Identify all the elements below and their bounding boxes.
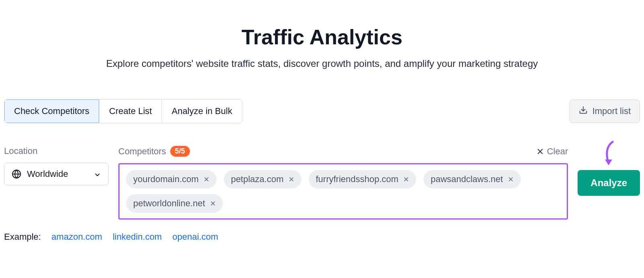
chevron-down-icon (94, 170, 101, 178)
clear-button[interactable]: Clear (537, 146, 568, 157)
example-link[interactable]: openai.com (172, 232, 218, 242)
competitor-chip: petplaza.com (224, 170, 301, 189)
analyze-button[interactable]: Analyze (578, 170, 640, 196)
annotation-arrow-icon (601, 140, 617, 172)
competitors-count-badge: 5/5 (170, 146, 190, 157)
competitors-header: Competitors 5/5 Clear (118, 146, 568, 157)
tab-analyze-bulk[interactable]: Analyze in Bulk (161, 100, 242, 123)
chip-remove-icon[interactable] (204, 176, 209, 182)
chip-label: petworldonline.net (133, 198, 205, 209)
competitor-chip: furryfriendsshop.com (309, 170, 416, 189)
competitor-chip: petworldonline.net (126, 194, 223, 213)
chip-remove-icon[interactable] (403, 176, 409, 182)
import-list-label: Import list (592, 106, 631, 116)
example-label: Example: (4, 232, 41, 242)
import-list-button[interactable]: Import list (570, 100, 640, 123)
location-value: Worldwide (27, 169, 68, 179)
chip-label: yourdomain.com (133, 174, 199, 185)
toolbar-row: Check Competitors Create List Analyze in… (4, 99, 640, 123)
tab-check-competitors[interactable]: Check Competitors (4, 100, 99, 123)
chip-label: petplaza.com (231, 174, 284, 185)
chip-remove-icon[interactable] (289, 176, 294, 182)
competitor-chip: yourdomain.com (126, 170, 217, 189)
page-subtitle: Explore competitors' website traffic sta… (4, 58, 640, 69)
location-column: Location Worldwide (4, 146, 109, 185)
competitor-chip: pawsandclaws.net (423, 170, 521, 189)
form-row: Location Worldwide Competitors 5/5 Clear… (4, 146, 640, 220)
globe-icon (12, 169, 21, 179)
clear-label: Clear (547, 146, 568, 157)
example-row: Example: amazon.com linkedin.com openai.… (4, 232, 640, 242)
chip-remove-icon[interactable] (210, 201, 216, 206)
download-icon (579, 106, 588, 117)
page-title: Traffic Analytics (4, 25, 640, 49)
example-link[interactable]: linkedin.com (113, 232, 162, 242)
chip-label: pawsandclaws.net (431, 174, 503, 185)
competitors-label: Competitors (118, 146, 166, 157)
analyze-column: Analyze (578, 146, 640, 196)
competitors-input[interactable]: yourdomain.competplaza.comfurryfriendssh… (118, 163, 568, 220)
competitors-column: Competitors 5/5 Clear yourdomain.competp… (118, 146, 568, 220)
location-label: Location (4, 146, 109, 156)
location-select[interactable]: Worldwide (4, 163, 109, 185)
chip-remove-icon[interactable] (508, 176, 514, 182)
tab-group: Check Competitors Create List Analyze in… (4, 99, 242, 123)
chip-label: furryfriendsshop.com (316, 174, 398, 185)
example-link[interactable]: amazon.com (52, 232, 102, 242)
tab-create-list[interactable]: Create List (99, 100, 161, 123)
